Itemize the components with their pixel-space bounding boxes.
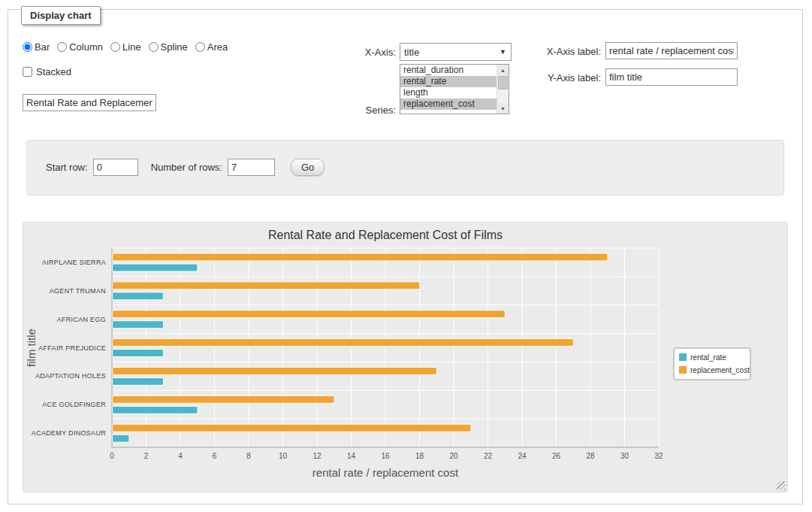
go-button[interactable]: Go	[291, 159, 324, 176]
category-label: ACE GOLDFINGER	[42, 401, 106, 408]
y-axis-label-input[interactable]	[605, 68, 738, 86]
series-option[interactable]: replacement_cost	[400, 98, 497, 110]
scroll-up-icon[interactable]: ▲	[497, 65, 509, 75]
series-listbox-items: rental_durationrental_ratelengthreplacem…	[400, 65, 497, 114]
x-tick-label: 6	[213, 452, 217, 460]
category-label: AFRICAN EGG	[57, 316, 106, 323]
stacked-option[interactable]: Stacked	[23, 66, 71, 77]
radio-label: Spline	[161, 41, 188, 53]
bar-rental_rate[interactable]	[113, 350, 164, 357]
radio-column[interactable]	[57, 42, 67, 52]
chart-svg: 02468101214161820222426283032AIRPLANE SI…	[23, 223, 787, 492]
radio-option-area[interactable]: Area	[195, 41, 228, 53]
rows-form: Start row: Number of rows: Go	[46, 159, 324, 176]
panel-legend: Display chart	[21, 6, 101, 25]
radio-spline[interactable]	[149, 42, 158, 52]
series-label: Series:	[313, 105, 396, 116]
chart-type-radios: BarColumnLineSplineArea	[23, 41, 228, 53]
x-tick-label: 16	[381, 452, 390, 460]
radio-option-spline[interactable]: Spline	[149, 41, 188, 53]
category-label: ADAPTATION HOLES	[35, 372, 106, 380]
num-rows-label: Number of rows:	[151, 162, 222, 173]
bar-replacement_cost[interactable]	[113, 253, 608, 261]
x-tick-label: 32	[654, 452, 663, 460]
category-label: AGENT TRUMAN	[50, 287, 106, 295]
category-label: AFFAIR PREJUDICE	[38, 344, 106, 352]
rows-panel: Start row: Number of rows: Go	[26, 140, 784, 195]
x-tick-label: 12	[312, 452, 321, 460]
x-tick-label: 18	[415, 452, 424, 460]
x-tick-label: 10	[279, 452, 288, 460]
bar-replacement_cost[interactable]	[113, 311, 506, 318]
x-axis-label-input[interactable]	[605, 42, 738, 59]
x-axis-select[interactable]: title ▼	[400, 43, 512, 61]
x-tick-label: 2	[144, 452, 149, 460]
x-tick-label: 24	[518, 452, 527, 460]
x-tick-label: 4	[178, 452, 183, 460]
radio-option-line[interactable]: Line	[110, 41, 141, 53]
bar-rental_rate[interactable]	[113, 292, 164, 300]
radio-option-bar[interactable]: Bar	[23, 41, 50, 53]
radio-line[interactable]	[110, 42, 120, 52]
series-option[interactable]: length	[400, 87, 497, 98]
legend-label[interactable]: rental_rate	[690, 353, 726, 362]
legend-swatch-replacement_cost[interactable]	[679, 366, 687, 374]
x-tick-label: 14	[347, 452, 356, 460]
x-tick-label: 0	[110, 452, 114, 460]
series-option[interactable]: rental_rate	[400, 76, 497, 87]
radio-label: Bar	[35, 41, 50, 53]
x-axis-label: X-Axis:	[313, 47, 396, 58]
chart-title-input[interactable]	[23, 94, 156, 111]
bar-replacement_cost[interactable]	[113, 424, 472, 432]
radio-area[interactable]	[195, 42, 205, 52]
legend-swatch-rental_rate[interactable]	[679, 353, 687, 361]
start-row-input[interactable]	[93, 159, 138, 176]
bar-replacement_cost[interactable]	[113, 395, 335, 403]
x-axis-selected-value: title	[404, 47, 419, 58]
bar-replacement_cost[interactable]	[113, 339, 574, 347]
bar-rental_rate[interactable]	[113, 321, 164, 329]
bar-rental_rate[interactable]	[113, 435, 130, 442]
stacked-label: Stacked	[36, 66, 71, 77]
radio-option-column[interactable]: Column	[57, 41, 103, 53]
x-axis-title: rental rate / replacement cost	[312, 466, 459, 479]
legend-label[interactable]: replacement_cost	[690, 366, 750, 374]
x-tick-label: 8	[246, 452, 251, 460]
num-rows-input[interactable]	[228, 159, 275, 176]
x-tick-label: 22	[484, 452, 493, 460]
category-label: AIRPLANE SIERRA	[42, 259, 106, 266]
stacked-checkbox[interactable]	[23, 67, 32, 77]
x-axis-label-field-label: X-Axis label:	[524, 46, 601, 57]
radio-label: Column	[69, 41, 103, 53]
x-tick-label: 30	[620, 452, 629, 460]
bar-rental_rate[interactable]	[113, 406, 198, 414]
series-option[interactable]: rental_duration	[400, 65, 497, 76]
bar-replacement_cost[interactable]	[113, 282, 420, 289]
bar-rental_rate[interactable]	[113, 264, 198, 271]
chevron-down-icon: ▼	[500, 48, 506, 56]
y-axis-label-field-label: Y-Axis label:	[524, 72, 601, 83]
series-scrollbar[interactable]: ▲ ▼	[497, 65, 509, 114]
scroll-thumb[interactable]	[498, 76, 508, 89]
series-listbox[interactable]: rental_durationrental_ratelengthreplacem…	[400, 64, 509, 114]
radio-label: Line	[122, 41, 141, 53]
bar-rental_rate[interactable]	[113, 377, 164, 385]
radio-bar[interactable]	[23, 42, 32, 52]
x-tick-label: 28	[586, 452, 595, 460]
y-axis-title: film title	[25, 329, 38, 367]
bar-replacement_cost[interactable]	[113, 367, 437, 374]
chart-container: 02468101214161820222426283032AIRPLANE SI…	[23, 222, 788, 492]
start-row-label: Start row:	[46, 162, 88, 173]
radio-label: Area	[207, 41, 228, 53]
category-label: ACADEMY DINOSAUR	[32, 429, 106, 437]
x-tick-label: 20	[449, 452, 458, 460]
x-tick-label: 26	[552, 452, 561, 460]
chart-title: Rental Rate and Replacement Cost of Film…	[268, 229, 503, 241]
resize-handle-icon[interactable]	[777, 481, 786, 490]
scroll-down-icon[interactable]: ▼	[497, 103, 509, 114]
